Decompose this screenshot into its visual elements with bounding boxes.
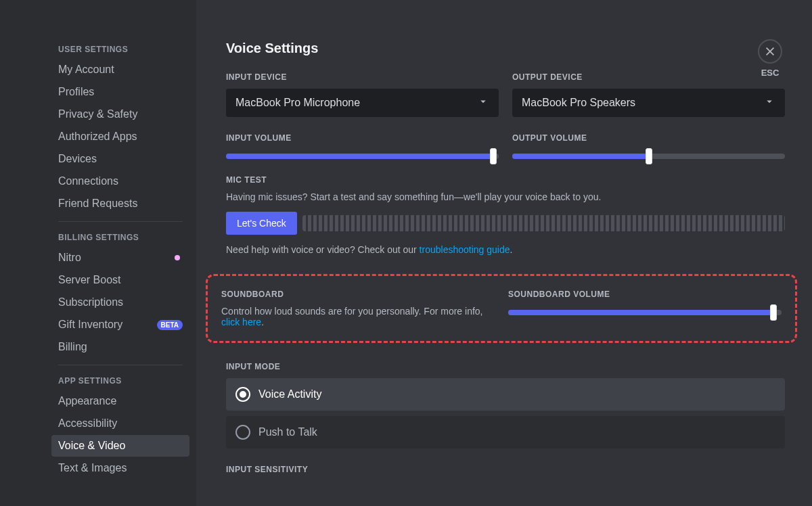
- soundboard-volume-slider[interactable]: [508, 310, 782, 315]
- output-volume-label: Output Volume: [512, 133, 785, 143]
- sidebar-item-label: Privacy & Safety: [58, 108, 137, 120]
- mic-test-label: Mic Test: [226, 175, 785, 185]
- sidebar-item-privacy-safety[interactable]: Privacy & Safety: [51, 104, 189, 125]
- radio-circle-icon: [235, 425, 250, 440]
- input-device-label: Input Device: [226, 72, 499, 82]
- input-mode-label: Input Mode: [226, 362, 785, 371]
- chevron-down-icon: [477, 95, 489, 110]
- divider: [58, 221, 183, 222]
- sidebar-item-label: Accessibility: [58, 417, 117, 430]
- sidebar-item-appearance[interactable]: Appearance: [51, 390, 189, 412]
- divider: [58, 365, 183, 365]
- sidebar-item-label: Server Boost: [58, 274, 120, 286]
- soundboard-link[interactable]: click here: [221, 317, 261, 327]
- input-device-value: MacBook Pro Microphone: [235, 97, 360, 109]
- close-label: ESC: [761, 68, 780, 78]
- troubleshooting-suffix: .: [510, 244, 513, 255]
- radio-label: Voice Activity: [258, 388, 321, 400]
- close-icon: [758, 39, 782, 64]
- output-device-value: MacBook Pro Speakers: [522, 97, 635, 109]
- sidebar-item-subscriptions[interactable]: Subscriptions: [51, 292, 189, 313]
- radio-push-to-talk[interactable]: Push to Talk: [226, 416, 785, 448]
- sidebar-item-label: Text & Images: [58, 462, 127, 474]
- sidebar-item-voice-video[interactable]: Voice & Video: [51, 435, 189, 457]
- sidebar-item-devices[interactable]: Devices: [51, 148, 189, 170]
- output-device-label: Output Device: [512, 72, 785, 82]
- troubleshooting-link[interactable]: troubleshooting guide: [420, 244, 510, 255]
- section-header: User Settings: [51, 41, 189, 58]
- page-title: Voice Settings: [226, 41, 785, 56]
- sidebar-item-nitro[interactable]: Nitro: [51, 247, 189, 269]
- sidebar-item-label: Billing: [58, 341, 87, 353]
- sidebar-item-label: Nitro: [58, 252, 81, 264]
- input-device-select[interactable]: MacBook Pro Microphone: [226, 89, 499, 117]
- sidebar-item-friend-requests[interactable]: Friend Requests: [51, 193, 189, 214]
- soundboard-highlight: Soundboard Control how loud sounds are f…: [206, 274, 797, 343]
- troubleshooting-prefix: Need help with voice or video? Check out…: [226, 244, 420, 255]
- svg-point-0: [175, 255, 180, 260]
- radio-voice-activity[interactable]: Voice Activity: [226, 378, 785, 411]
- sidebar-item-authorized-apps[interactable]: Authorized Apps: [51, 126, 189, 147]
- sidebar-item-gift-inventory[interactable]: Gift InventoryBETA: [51, 314, 189, 336]
- lets-check-button[interactable]: Let's Check: [226, 212, 297, 235]
- input-volume-label: Input Volume: [226, 133, 499, 143]
- sidebar-item-billing[interactable]: Billing: [51, 336, 189, 358]
- settings-content: ESC Voice Settings Input Device MacBook …: [196, 0, 812, 506]
- input-volume-slider[interactable]: [226, 154, 499, 159]
- sidebar-item-label: Subscriptions: [58, 296, 123, 308]
- chevron-down-icon: [763, 95, 775, 110]
- radio-circle-icon: [235, 387, 250, 402]
- sidebar-item-label: Profiles: [58, 86, 94, 98]
- input-mode-group: Voice ActivityPush to Talk: [226, 378, 785, 448]
- troubleshooting-text: Need help with voice or video? Check out…: [226, 244, 785, 255]
- sidebar-item-label: Authorized Apps: [58, 131, 137, 143]
- sidebar-item-profiles[interactable]: Profiles: [51, 81, 189, 103]
- radio-label: Push to Talk: [258, 426, 317, 438]
- sidebar-item-accessibility[interactable]: Accessibility: [51, 413, 189, 434]
- sidebar-item-text-images[interactable]: Text & Images: [51, 457, 189, 479]
- section-header: Billing Settings: [51, 229, 189, 246]
- soundboard-volume-label: Soundboard Volume: [508, 290, 782, 299]
- soundboard-help: Control how loud sounds are for you pers…: [221, 306, 495, 327]
- settings-sidebar: User SettingsMy AccountProfilesPrivacy &…: [0, 0, 196, 506]
- output-device-select[interactable]: MacBook Pro Speakers: [512, 89, 785, 117]
- mic-test-help: Having mic issues? Start a test and say …: [226, 191, 785, 202]
- section-header: App Settings: [51, 372, 189, 390]
- soundboard-label: Soundboard: [221, 290, 495, 299]
- sidebar-item-connections[interactable]: Connections: [51, 170, 189, 192]
- sidebar-item-label: Devices: [58, 153, 97, 165]
- sidebar-item-label: Voice & Video: [58, 440, 125, 452]
- badge-beta: BETA: [157, 320, 183, 330]
- mic-level-meter: [302, 215, 785, 231]
- sidebar-item-label: My Account: [58, 64, 114, 76]
- sidebar-item-server-boost[interactable]: Server Boost: [51, 269, 189, 291]
- sidebar-item-label: Appearance: [58, 395, 116, 407]
- sidebar-item-label: Gift Inventory: [58, 319, 122, 331]
- sidebar-item-label: Connections: [58, 175, 118, 187]
- sidebar-item-my-account[interactable]: My Account: [51, 59, 189, 80]
- input-sensitivity-label: Input Sensitivity: [226, 465, 785, 474]
- sidebar-item-label: Friend Requests: [58, 198, 137, 210]
- output-volume-slider[interactable]: [512, 154, 785, 159]
- nitro-icon: [172, 252, 183, 263]
- close-button[interactable]: ESC: [758, 39, 782, 78]
